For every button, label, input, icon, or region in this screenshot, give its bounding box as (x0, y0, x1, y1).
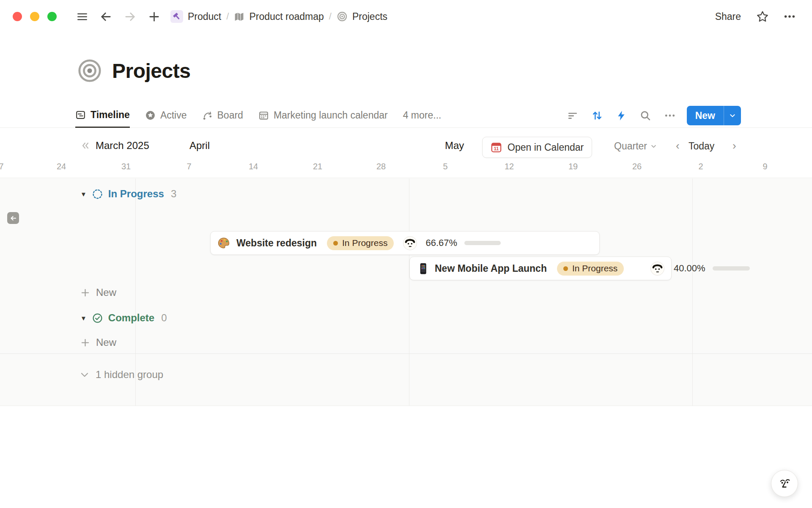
scroll-back-floating-button[interactable] (7, 212, 19, 224)
svg-text:11: 11 (494, 146, 499, 151)
zoom-window-button[interactable] (47, 12, 57, 21)
forward-button[interactable] (124, 11, 136, 23)
map-icon (234, 11, 244, 22)
tab-timeline[interactable]: Timeline (75, 103, 130, 128)
date-tick: 9 (763, 162, 767, 171)
in-progress-dashed-circle-icon (92, 189, 103, 199)
close-window-button[interactable] (13, 12, 22, 21)
filter-icon[interactable] (567, 110, 579, 121)
tab-label: Board (217, 110, 243, 121)
date-tick: 21 (313, 162, 322, 171)
new-item-label: New (96, 337, 116, 348)
open-in-calendar-label: Open in Calendar (508, 142, 584, 153)
timeline-view-icon (75, 110, 86, 120)
scroll-left-double-chevron-icon[interactable] (80, 141, 91, 151)
status-dot (333, 241, 338, 246)
breadcrumb-item-product[interactable]: Product (170, 10, 221, 23)
group-header-complete: ▼ Complete 0 (80, 312, 167, 324)
status-badge: In Progress (557, 262, 624, 276)
breadcrumb-item-projects[interactable]: Projects (337, 11, 387, 22)
breadcrumb-item-product-roadmap[interactable]: Product roadmap (234, 11, 324, 22)
new-tab-button[interactable] (148, 11, 160, 23)
tab-label: Active (160, 110, 187, 121)
share-button[interactable]: Share (715, 11, 741, 22)
card-title: Website redesign (236, 237, 317, 249)
progress-percent-outside: 40.00% (674, 257, 705, 280)
tab-board[interactable]: Board (202, 103, 243, 127)
month-text: March 2025 (96, 140, 149, 152)
open-in-calendar-button[interactable]: 11 Open in Calendar (482, 137, 592, 158)
titlebar-actions: Share (715, 10, 812, 23)
today-button[interactable]: Today (689, 141, 714, 152)
sidebar-menu-icon[interactable] (77, 11, 88, 22)
breadcrumb-label: Projects (352, 11, 387, 22)
chevron-down-icon (650, 143, 657, 149)
page-target-icon[interactable] (77, 58, 102, 83)
date-tick: 26 (632, 162, 642, 171)
search-icon[interactable] (639, 110, 651, 121)
window-titlebar: Product / Product roadmap / Projects Sha… (0, 0, 812, 33)
date-tick: 7 (0, 162, 4, 171)
collapse-triangle-icon[interactable]: ▼ (80, 190, 87, 198)
view-more-icon[interactable] (664, 110, 676, 121)
assignee-avatar (650, 262, 664, 276)
hidden-group-toggle[interactable]: 1 hidden group (80, 368, 163, 381)
hammer-icon (170, 10, 183, 23)
sort-icon[interactable] (591, 110, 603, 121)
red-calendar-icon: 11 (491, 142, 502, 153)
date-tick: 5 (443, 162, 447, 171)
timeline-next-button[interactable]: › (732, 139, 736, 152)
month-text: May (445, 140, 464, 152)
date-tick: 19 (568, 162, 578, 171)
new-button[interactable]: New (687, 106, 724, 125)
month-text: April (189, 140, 210, 152)
breadcrumb-label: Product roadmap (249, 11, 324, 22)
assignee-avatar (403, 236, 417, 250)
timeline-card-website-redesign[interactable]: Website redesign In Progress 66.67% (210, 231, 600, 255)
more-options-icon[interactable] (783, 10, 796, 23)
breadcrumb: Product / Product roadmap / Projects (170, 10, 387, 23)
complete-check-circle-icon (92, 313, 103, 323)
date-tick: 24 (57, 162, 66, 171)
target-icon (337, 11, 348, 22)
add-new-item-button[interactable]: New (80, 337, 116, 348)
notion-ai-button[interactable] (771, 470, 798, 497)
favorite-star-icon[interactable] (756, 10, 769, 23)
status-badge: In Progress (327, 236, 394, 250)
progress-bar (713, 266, 750, 271)
new-record-button-group: New (687, 106, 741, 125)
group-label[interactable]: In Progress (108, 188, 164, 200)
new-item-label: New (96, 287, 116, 298)
timeline-prev-button[interactable]: ‹ (676, 139, 680, 152)
card-title: New Mobile App Launch (435, 263, 547, 274)
group-count: 3 (171, 188, 176, 200)
star-circle-icon (145, 110, 156, 121)
add-new-item-button[interactable]: New (80, 287, 116, 298)
progress-percent: 40.00% (674, 263, 705, 274)
timeline-body: ▼ In Progress 3 Website redesign In Prog… (0, 179, 812, 406)
progress-bar (464, 241, 501, 245)
minimize-window-button[interactable] (30, 12, 39, 21)
new-dropdown-button[interactable] (724, 106, 741, 125)
hidden-group-label: 1 hidden group (96, 369, 163, 381)
view-toolbar: New (554, 103, 741, 128)
date-tick: 12 (505, 162, 514, 171)
automation-lightning-icon[interactable] (616, 110, 627, 121)
date-tick: 2 (698, 162, 703, 171)
timeline-card-new-mobile-app-launch[interactable]: New Mobile App Launch In Progress (409, 257, 672, 280)
mobile-phone-icon (417, 262, 428, 274)
collapse-triangle-icon[interactable]: ▼ (80, 315, 87, 322)
plus-icon (80, 338, 90, 348)
date-tick: 14 (249, 162, 258, 171)
tab-label: Timeline (91, 109, 130, 121)
tab-marketing-launch-calendar[interactable]: Marketing launch calendar (258, 103, 388, 127)
tab-active[interactable]: Active (145, 103, 187, 127)
group-label[interactable]: Complete (108, 312, 154, 324)
tab-more-views[interactable]: 4 more... (403, 103, 442, 127)
group-header-in-progress: ▼ In Progress 3 (80, 188, 176, 200)
tab-label: Marketing launch calendar (274, 110, 388, 121)
back-button[interactable] (100, 11, 112, 23)
status-label: In Progress (572, 263, 617, 273)
timeline-zoom-select[interactable]: Quarter (614, 141, 657, 152)
date-tick: 31 (121, 162, 131, 171)
